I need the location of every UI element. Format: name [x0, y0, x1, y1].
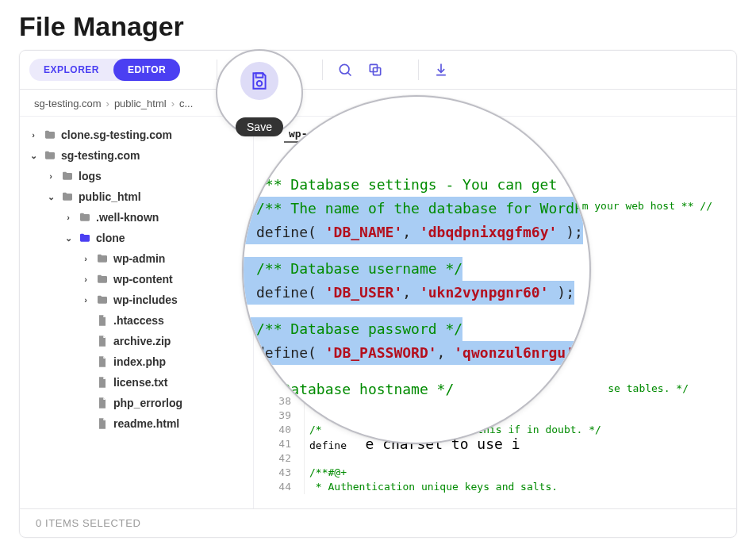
line-numbers: 38394041424344: [254, 394, 305, 494]
page-title: File Manager: [0, 0, 756, 50]
tree-label: php_errorlog: [113, 397, 182, 409]
chevron-icon: [80, 377, 91, 388]
chevron-icon: ›: [28, 129, 39, 140]
chevron-icon: ⌄: [28, 150, 39, 161]
file-icon: [96, 314, 109, 327]
tree-item[interactable]: ⌄sg-testing.com: [25, 145, 250, 166]
tree-item[interactable]: readme.html: [25, 413, 250, 434]
tree-item[interactable]: ›logs: [25, 166, 250, 186]
folder-icon: [61, 190, 74, 203]
file-icon: [96, 417, 109, 430]
tree-label: wp-admin: [113, 252, 165, 265]
tree-label: license.txt: [113, 376, 167, 389]
file-icon: [96, 397, 109, 409]
magnifier-lens: ** Database settings - You can get /** T…: [242, 95, 591, 444]
tree-item[interactable]: .htaccess: [25, 310, 250, 331]
copy-icon[interactable]: [363, 57, 388, 82]
folder-open-icon: [79, 232, 91, 244]
save-bubble: Save: [216, 49, 303, 136]
folder-icon: [96, 293, 109, 306]
chevron-icon: [80, 315, 91, 326]
chevron-icon: [80, 336, 91, 347]
tree-item[interactable]: ⌄clone: [25, 228, 250, 248]
chevron-icon: ⌄: [63, 232, 74, 244]
status-bar: 0 ITEMS SELECTED: [20, 508, 736, 537]
folder-icon: [79, 211, 91, 224]
tree-item[interactable]: ›wp-content: [25, 269, 250, 290]
tree-label: clone: [96, 232, 125, 244]
tree-item[interactable]: license.txt: [25, 372, 250, 393]
tree-label: public_html: [79, 190, 141, 203]
tree-item[interactable]: php_errorlog: [25, 393, 250, 413]
tree-label: wp-content: [113, 273, 173, 286]
file-icon: [96, 335, 109, 347]
chevron-icon: ›: [80, 294, 91, 305]
folder-icon: [96, 273, 109, 286]
folder-icon: [61, 170, 74, 182]
crumb[interactable]: c...: [179, 98, 193, 109]
save-icon: [249, 71, 270, 91]
folder-icon: [44, 128, 56, 141]
chevron-icon: [80, 397, 91, 408]
chevron-icon: [80, 356, 91, 367]
mode-tabs: EXPLORER EDITOR: [29, 59, 180, 81]
save-button[interactable]: [240, 62, 278, 100]
svg-point-5: [257, 81, 263, 86]
tree-item[interactable]: index.php: [25, 351, 250, 372]
svg-line-1: [348, 73, 351, 76]
crumb[interactable]: public_html: [114, 98, 167, 109]
tree-label: index.php: [113, 355, 166, 368]
tree-label: sg-testing.com: [61, 149, 140, 162]
tree-item[interactable]: ›.well-known: [25, 207, 250, 228]
save-tooltip: Save: [236, 117, 283, 136]
tree-label: .htaccess: [113, 314, 164, 327]
tree-item[interactable]: ›wp-includes: [25, 290, 250, 310]
tree-label: logs: [79, 170, 102, 182]
search-icon[interactable]: [332, 57, 358, 82]
tree-label: .well-known: [96, 211, 159, 224]
code-fragment: se tables. */: [608, 382, 689, 394]
tree-label: archive.zip: [113, 335, 171, 347]
file-icon: [96, 355, 109, 368]
tree-item[interactable]: ⌄public_html: [25, 186, 250, 207]
chevron-icon: ›: [63, 212, 74, 223]
tree-item[interactable]: ›clone.sg-testing.com: [25, 125, 250, 145]
svg-point-0: [340, 64, 349, 74]
tab-editor[interactable]: EDITOR: [113, 59, 180, 81]
toolbar: EXPLORER EDITOR: [20, 51, 736, 90]
chevron-icon: ›: [80, 253, 91, 264]
tab-explorer[interactable]: EXPLORER: [29, 59, 113, 81]
folder-icon: [96, 252, 109, 265]
tree-item[interactable]: ›wp-admin: [25, 248, 250, 269]
tree-label: wp-includes: [113, 293, 178, 306]
folder-icon: [44, 149, 56, 162]
chevron-icon: ›: [45, 171, 56, 182]
chevron-icon: ›: [80, 274, 91, 285]
svg-rect-4: [256, 73, 263, 77]
tree-label: readme.html: [113, 417, 179, 430]
code-fragment: m your web host ** //: [582, 200, 712, 212]
chevron-icon: ⌄: [45, 191, 56, 202]
tree-item[interactable]: archive.zip: [25, 331, 250, 351]
download-icon[interactable]: [428, 57, 454, 82]
crumb[interactable]: sg-testing.com: [34, 98, 102, 109]
chevron-icon: [80, 418, 91, 429]
file-tree: ›clone.sg-testing.com⌄sg-testing.com›log…: [20, 117, 254, 508]
file-icon: [96, 376, 109, 389]
tree-label: clone.sg-testing.com: [61, 128, 172, 141]
